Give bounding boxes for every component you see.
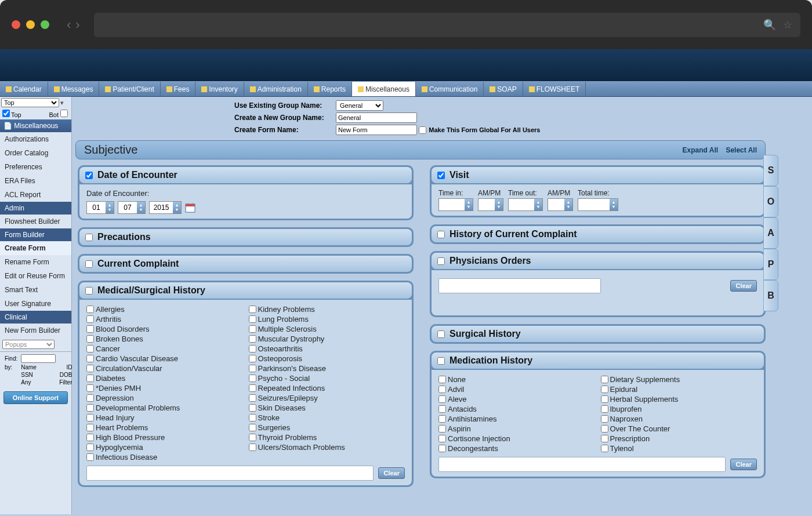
check-osteoarthritis[interactable]: Osteoarthritis [249, 344, 405, 354]
sidebar-item-authorizations[interactable]: Authorizations [0, 132, 71, 146]
phys-orders-input[interactable] [438, 278, 601, 293]
check-advil[interactable]: Advil [438, 384, 595, 394]
sidebar-item-create-form[interactable]: Create Form [0, 241, 71, 255]
sidebar-header-admin[interactable]: Admin [0, 202, 71, 215]
find-opt-name[interactable]: Name [20, 364, 57, 370]
panel-po-checkbox[interactable] [437, 257, 445, 265]
sidebar-header-miscellaneous[interactable]: 📄 Miscellaneous [0, 119, 71, 132]
visit-timeout-spinner[interactable]: ▲▼ [508, 198, 543, 211]
form-name-input[interactable] [336, 125, 417, 135]
check-prescription[interactable]: Prescription [601, 434, 757, 444]
panel-medhist-checkbox[interactable] [85, 287, 93, 295]
tab-reports[interactable]: Reports [308, 82, 352, 96]
check-broken-bones[interactable]: Broken Bones [86, 334, 243, 344]
visit-ampm2-spinner[interactable]: ▲▼ [548, 198, 573, 211]
sidebar-item-rename-form[interactable]: Rename Form [0, 255, 71, 269]
check-over-the-counter[interactable]: Over The Counter [601, 424, 757, 434]
date-month-spinner[interactable]: ▲▼ [86, 201, 114, 214]
check-circulation-vascular[interactable]: Circulation/Vascular [86, 364, 243, 373]
new-group-input[interactable] [336, 112, 417, 123]
check-ibuprofen[interactable]: Ibuprofen [601, 404, 757, 414]
panel-precautions-checkbox[interactable] [85, 234, 93, 241]
medhist-clear-button[interactable]: Clear [378, 467, 405, 479]
check-multiple-sclerosis[interactable]: Multiple Sclerosis [249, 324, 405, 334]
soap-tab-a[interactable]: A [763, 217, 778, 249]
phys-orders-clear-button[interactable]: Clear [730, 280, 757, 292]
check-epidural[interactable]: Epidural [601, 384, 757, 394]
check-thyroid-problems[interactable]: Thyroid Problems [249, 433, 405, 442]
panel-hxc-checkbox[interactable] [437, 231, 445, 238]
check-hypoglycemia[interactable]: Hypoglycemia [86, 442, 243, 452]
check-tylenol[interactable]: Tylenol [601, 444, 757, 453]
sidebar-top-checkbox[interactable]: Top [2, 110, 21, 118]
tab-flowsheet[interactable]: FLOWSHEET [523, 82, 586, 96]
check-cancer[interactable]: Cancer [86, 344, 243, 354]
sidebar-item-edit-or-reuse-form[interactable]: Edit or Reuse Form [0, 269, 71, 283]
check-aspirin[interactable]: Aspirin [438, 424, 595, 434]
check-dietary-supplements[interactable]: Dietary Supplements [601, 375, 757, 384]
check-herbal-supplements[interactable]: Herbal Supplements [601, 394, 757, 404]
date-day-spinner[interactable]: ▲▼ [118, 201, 146, 214]
sidebar-item-new-form-builder[interactable]: New Form Builder [0, 324, 71, 337]
close-window-icon[interactable] [12, 20, 20, 29]
check-allergies[interactable]: Allergies [86, 304, 243, 314]
check-head-injury[interactable]: Head Injury [86, 413, 243, 423]
check-none[interactable]: None [438, 375, 595, 384]
sidebar-header-formbuilder[interactable]: Form Builder [0, 228, 71, 241]
check-parkinson-s-disease[interactable]: Parkinson's Disease [249, 364, 405, 373]
maximize-window-icon[interactable] [41, 20, 49, 29]
minimize-window-icon[interactable] [26, 20, 35, 29]
sidebar-item-user-signature[interactable]: User Signature [0, 297, 71, 311]
medhist-notes[interactable] [86, 466, 374, 481]
tab-inventory[interactable]: Inventory [195, 82, 244, 96]
sidebar-item-flowsheet-builder[interactable]: Flowsheet Builder [0, 215, 71, 228]
check-skin-diseases[interactable]: Skin Diseases [249, 403, 405, 413]
soap-tab-p[interactable]: P [763, 249, 778, 280]
check-developmental-problems[interactable]: Developmental Problems [86, 403, 243, 413]
check-diabetes[interactable]: Diabetes [86, 373, 243, 383]
check-naproxen[interactable]: Naproxen [601, 414, 757, 424]
calendar-icon[interactable] [185, 202, 195, 213]
global-checkbox[interactable] [419, 126, 426, 134]
forward-icon[interactable]: › [75, 17, 79, 32]
panel-cc-checkbox[interactable] [85, 260, 93, 268]
search-icon[interactable]: 🔍 [763, 19, 776, 31]
panel-visit-checkbox[interactable] [437, 172, 445, 179]
url-bar[interactable]: 🔍 ☆ [94, 13, 800, 37]
back-icon[interactable]: ‹ [67, 17, 71, 32]
tab-administration[interactable]: Administration [244, 82, 308, 96]
sidebar-top-select[interactable]: Top [1, 98, 59, 107]
visit-ampm1-spinner[interactable]: ▲▼ [478, 198, 503, 211]
check-repeated-infections[interactable]: Repeated Infections [249, 383, 405, 393]
medication-clear-button[interactable]: Clear [730, 459, 757, 470]
panel-sh-checkbox[interactable] [437, 330, 445, 338]
find-input[interactable] [21, 354, 56, 363]
check-depression[interactable]: Depression [86, 393, 243, 403]
check-heart-problems[interactable]: Heart Problems [86, 423, 243, 433]
check-muscular-dystrophy[interactable]: Muscular Dystrophy [249, 334, 405, 344]
check-ulcers-stomach-problems[interactable]: Ulcers/Stomach Problems [249, 442, 405, 452]
check-infectious-disease[interactable]: Infectious Disease [86, 452, 243, 462]
sidebar-item-acl-report[interactable]: ACL Report [0, 188, 71, 202]
check-kidney-problems[interactable]: Kidney Problems [249, 304, 405, 314]
find-opt-filter[interactable]: Filter [58, 379, 73, 386]
panel-mh-checkbox[interactable] [437, 357, 445, 365]
tab-miscellaneous[interactable]: Miscellaneous [352, 82, 416, 96]
online-support-button[interactable]: Online Support [3, 391, 68, 404]
select-all-link[interactable]: Select All [726, 146, 757, 154]
tab-communication[interactable]: Communication [416, 82, 484, 96]
sidebar-bot-checkbox[interactable]: Bot [49, 110, 69, 118]
tab-patientclient[interactable]: Patient/Client [99, 82, 160, 96]
sidebar-item-smart-text[interactable]: Smart Text [0, 283, 71, 297]
popups-select[interactable]: Popups [2, 340, 55, 349]
sidebar-item-preferences[interactable]: Preferences [0, 160, 71, 174]
check-high-blood-pressure[interactable]: High Blood Pressure [86, 433, 243, 442]
check-blood-disorders[interactable]: Blood Disorders [86, 324, 243, 334]
find-opt-any[interactable]: Any [20, 379, 57, 386]
check-lung-problems[interactable]: Lung Problems [249, 314, 405, 324]
sidebar-header-clinical[interactable]: Clinical [0, 311, 71, 324]
expand-all-link[interactable]: Expand All [683, 146, 719, 154]
check-cardio-vascular-disease[interactable]: Cardio Vascular Disease [86, 354, 243, 364]
tab-messages[interactable]: Messages [48, 82, 100, 96]
check-seizures-epilepsy[interactable]: Seizures/Epilepsy [249, 393, 405, 403]
